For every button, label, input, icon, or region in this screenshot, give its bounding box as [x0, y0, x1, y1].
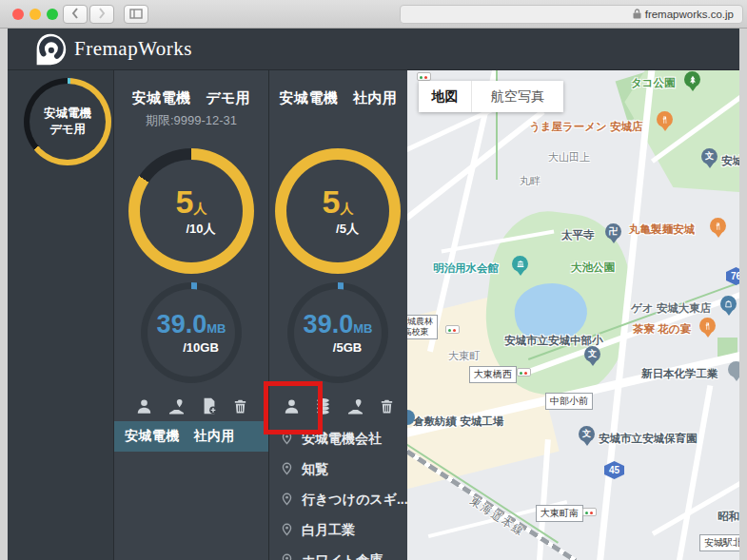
user-icon[interactable]: [135, 397, 153, 419]
data-total: /10GB: [167, 340, 236, 355]
forward-icon: [98, 6, 106, 23]
minimize-window-button[interactable]: [29, 9, 41, 20]
data-value: 39.0: [157, 310, 207, 338]
place-name: 白月工業: [302, 522, 355, 539]
map-label: 明治用水会館: [433, 261, 499, 276]
panel-action-bar: [114, 396, 268, 420]
panel-title: 安城電機 デモ用: [114, 89, 268, 107]
back-icon: [71, 6, 79, 23]
map-label: 太平寺: [561, 228, 595, 242]
satellite-view-button[interactable]: 航空写真: [472, 81, 563, 112]
pin-map-icon[interactable]: [345, 397, 365, 419]
place-pin-icon: [280, 430, 294, 449]
map-label: うま屋ラーメン 安城店: [529, 120, 643, 134]
place-list-item[interactable]: 知覧: [269, 454, 407, 485]
people-unit: 人: [340, 201, 353, 216]
intersection-label: 大東橋西: [469, 366, 517, 383]
url-text: fremapworks.co.jp: [645, 9, 734, 20]
people-unit: 人: [193, 201, 206, 216]
people-usage-donut: 5人 /5人: [275, 148, 401, 274]
org-sidebar: 安城電機 デモ用: [8, 70, 114, 560]
database-icon[interactable]: [314, 396, 332, 419]
place-pin-icon: [280, 521, 294, 540]
trash-icon[interactable]: [379, 397, 395, 419]
intersection-label: 大東町南: [536, 505, 583, 522]
school-pin-icon[interactable]: 文: [579, 426, 595, 442]
map-label: 安城市: [721, 154, 739, 168]
map-canvas[interactable]: 地図 航空写真 タコ公園 文 安城市 うま屋ラーメン 安城店 大山田上 丸畔 太…: [407, 70, 739, 560]
intersection-label: 中部小前: [545, 393, 593, 410]
place-list-item[interactable]: 行きつけのスギ...: [269, 485, 407, 515]
route-76-shield: 76: [726, 267, 739, 285]
forward-button[interactable]: [89, 5, 114, 24]
museum-pin-icon[interactable]: [512, 256, 528, 272]
park-pin-icon[interactable]: [684, 71, 700, 87]
place-name: 知覧: [302, 461, 328, 478]
bus-stop-icon[interactable]: [445, 325, 460, 334]
map-label: 大池公園: [571, 261, 615, 275]
fremapworks-logo-icon[interactable]: [33, 32, 68, 67]
org-circle-label: 安城電機 デモ用: [37, 106, 98, 138]
zoom-window-button[interactable]: [47, 9, 58, 20]
map-label: 安城市立安城保育園: [599, 432, 698, 446]
sidebar-toggle-button[interactable]: [124, 5, 148, 24]
data-usage-donut: 39.0MB /5GB: [287, 282, 388, 383]
people-total: /10人: [186, 221, 217, 238]
place-list-item[interactable]: 白月工業: [269, 515, 407, 546]
back-button[interactable]: [63, 5, 88, 24]
selected-plan-label: 安城電機 社内用: [125, 428, 235, 445]
panel-action-bar: [269, 396, 407, 420]
school-pin-icon[interactable]: 文: [584, 346, 600, 362]
app-content: 安城電機 デモ用 安城電機 デモ用 期限:9999-12-31 5人 /10人 …: [8, 70, 739, 560]
intersection-label: 安城駅北: [699, 534, 739, 551]
temple-pin-icon[interactable]: 卍: [605, 223, 621, 240]
pin-map-icon[interactable]: [167, 397, 187, 419]
place-pin-icon: [280, 491, 294, 510]
trash-icon[interactable]: [232, 397, 248, 419]
map-label: 大山田上: [548, 150, 590, 164]
restaurant-pin-icon[interactable]: [710, 218, 726, 234]
data-total: /5GB: [313, 340, 383, 355]
people-total: /5人: [332, 221, 364, 238]
selected-plan-row[interactable]: 安城電機 社内用: [114, 421, 268, 452]
browser-chrome: fremapworks.co.jp: [0, 0, 747, 29]
map-type-control: 地図 航空写真: [419, 81, 563, 112]
lock-icon: [633, 9, 641, 21]
map-label: 茶寮 花の宴: [633, 322, 691, 337]
close-window-button[interactable]: [12, 9, 24, 20]
place-list-item[interactable]: ホワイト倉庫: [269, 546, 407, 560]
brand-name: FremapWorks: [74, 37, 192, 61]
user-icon[interactable]: [283, 397, 301, 419]
map-label: 新日本化学工業: [641, 367, 718, 381]
data-usage-donut: 39.0MB /10GB: [141, 282, 242, 383]
map-label: 倉敷紡績 安城工場: [413, 415, 503, 429]
add-document-icon[interactable]: [200, 396, 219, 419]
plan-panel-internal: 安城電機 社内用 5人 /5人 39.0MB /5GB: [269, 70, 407, 560]
plan-panel-demo: 安城電機 デモ用 期限:9999-12-31 5人 /10人 39.0MB /1…: [114, 70, 269, 560]
people-value: 5: [323, 183, 341, 220]
people-value: 5: [176, 183, 194, 220]
bus-stop-icon[interactable]: [417, 72, 431, 81]
bus-stop-label: 安城農林高校東: [407, 315, 438, 339]
panel-title: 安城電機 社内用: [269, 89, 407, 107]
school-pin-icon[interactable]: 文: [701, 148, 718, 164]
place-name: 安城電機会社: [302, 431, 382, 448]
map-view-button[interactable]: 地図: [419, 81, 472, 112]
panel-expiry: 期限:9999-12-31: [114, 112, 268, 129]
data-unit: MB: [206, 321, 226, 336]
bus-stop-icon[interactable]: [517, 368, 531, 377]
bus-stop-icon[interactable]: [582, 508, 597, 516]
place-list-item[interactable]: 安城電機会社: [269, 424, 407, 454]
store-pin-icon[interactable]: [720, 296, 737, 312]
restaurant-pin-icon[interactable]: [657, 111, 673, 127]
restaurant-pin-icon[interactable]: [699, 318, 716, 334]
browser-window: fremapworks.co.jp FremapWorks 安城電機 デモ用: [0, 0, 747, 560]
sidebar-toggle-icon: [129, 6, 143, 23]
url-field[interactable]: fremapworks.co.jp: [400, 5, 743, 24]
factory-pin-icon[interactable]: [728, 361, 739, 377]
place-pin-icon: [280, 551, 294, 560]
map-label: 丸亀製麺安城: [629, 222, 695, 237]
map-label: 丸畔: [520, 174, 541, 188]
org-circle-demo[interactable]: 安城電機 デモ用: [24, 78, 111, 165]
app-root: FremapWorks 安城電機 デモ用 安城電機 デモ用 期限:9999-12…: [8, 29, 739, 560]
